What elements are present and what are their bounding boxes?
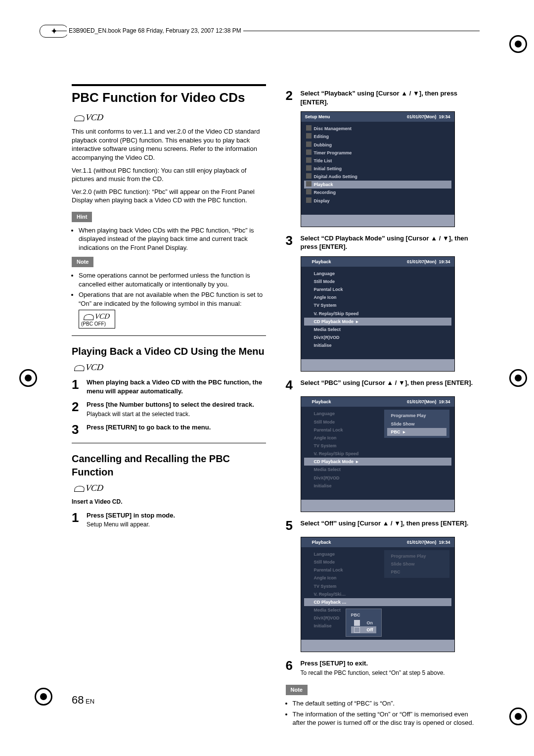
ss-footer: [301, 500, 454, 512]
ss-title-text: Setup Menu: [305, 114, 330, 120]
step-1b: 1 Press [SETUP] in stop mode. Setup Menu…: [72, 511, 266, 529]
step-number: 3: [72, 423, 82, 436]
step-3r: 3 Select “CD Playback Mode” using [Curso…: [286, 234, 480, 251]
step-number: 2: [286, 89, 296, 106]
step-text: Press [RETURN] to go back to the menu.: [87, 423, 266, 432]
ss-time: 19:34: [439, 259, 450, 264]
vcd-badge: VCD: [71, 111, 107, 123]
ss-date: 01/01/07(Mon): [407, 259, 437, 264]
ss-date: 01/01/07(Mon): [407, 399, 437, 404]
pbc-off-caption: (PBC OFF): [81, 321, 113, 328]
ss-footer: [301, 640, 454, 652]
step-subtext: Playback will start at the selected trac…: [87, 410, 266, 418]
submenu-item: Slide Show: [387, 560, 446, 568]
ss-body: Language Still Mode Parental Lock Angle …: [301, 407, 454, 499]
step-subtext: To recall the PBC function, select “On” …: [301, 669, 480, 677]
pbc-off-symbol: VCD (PBC OFF): [79, 310, 115, 329]
menu-item: Parental Lock: [304, 285, 451, 293]
ss-title-text: Playback: [305, 259, 331, 265]
note-label: Note: [286, 685, 308, 695]
divider: [72, 443, 266, 443]
step-subtext: Setup Menu will appear.: [87, 520, 266, 528]
ss-time: 19:34: [439, 540, 450, 545]
menu-item: Language: [304, 270, 451, 278]
submenu-item: Programme Play: [387, 412, 446, 420]
crop-mark-left: [19, 369, 37, 387]
menu-item: V. Replay/Ski…: [304, 590, 451, 598]
submenu-dim: Programme Play Slide Show PBC: [384, 550, 449, 578]
ss-time: 19:34: [439, 114, 450, 119]
step-1: 1 When playing back a Video CD with the …: [72, 378, 266, 395]
menu-item-selected: CD Playback Mode ▸: [304, 458, 451, 466]
menu-item: Display: [304, 197, 451, 205]
screenshot-setup-menu: Setup Menu01/01/07(Mon) 19:34 Disc Manag…: [301, 111, 455, 227]
menu-item: V. Replay/Skip Speed: [304, 310, 451, 318]
note-item: The default setting of “PBC” is “On”.: [293, 699, 480, 708]
submenu-item: Programme Play: [387, 552, 446, 560]
menu-item: DivX(R)VOD: [304, 474, 451, 482]
ss-date: 01/01/07(Mon): [407, 114, 437, 119]
submenu-item: Slide Show: [387, 420, 446, 428]
menu-item: Disc Management: [304, 125, 451, 133]
menu-item: Still Mode: [304, 278, 451, 285]
intro-paragraph-3: Ver.2.0 (with PBC function): “Pbc” will …: [72, 188, 266, 205]
ss-footer: [301, 215, 454, 227]
step-number: 2: [72, 400, 82, 418]
step-number: 1: [72, 378, 82, 395]
ss-date: 01/01/07(Mon): [407, 540, 437, 545]
step-number: 5: [286, 519, 296, 532]
note-item: Operations that are not available when t…: [79, 290, 266, 308]
note-label: Note: [72, 257, 93, 267]
menu-item: DivX(R)VOD: [304, 333, 451, 341]
screenshot-playback-menu: Playback01/01/07(Mon) 19:34 Language Sti…: [301, 256, 455, 372]
menu-item: TV System: [304, 301, 451, 309]
ss-body: Language Still Mode Parental Lock Angle …: [301, 547, 454, 640]
menu-item: Initialise: [304, 482, 451, 490]
step-text: Press [the Number buttons] to select the…: [87, 400, 266, 409]
pre-step-text: Insert a Video CD.: [72, 498, 266, 506]
step-number: 3: [286, 234, 296, 251]
menu-item-selected: Playback: [304, 181, 451, 189]
step-4r: 4 Select “PBC” using [Cursor ▲ / ▼], the…: [286, 378, 480, 391]
ss-title-text: Playback: [305, 539, 331, 545]
step-number: 1: [72, 511, 82, 529]
hint-list: When playing back Video CDs with the PBC…: [72, 226, 266, 252]
step-number: 6: [286, 659, 296, 677]
intro-paragraph-2: Ver.1.1 (without PBC function): You can …: [72, 166, 266, 184]
step-2r: 2 Select “Playback” using [Cursor ▲ / ▼]…: [286, 89, 480, 106]
screenshot-cd-playback-mode: Playback01/01/07(Mon) 19:34 Language Sti…: [301, 396, 455, 512]
menu-item: Recording: [304, 189, 451, 196]
menu-item-selected: CD Playback Mode ▸: [304, 318, 451, 326]
hint-label: Hint: [72, 212, 92, 222]
page-number: 68 EN: [72, 693, 94, 708]
step-text: When playing back a Video CD with the PB…: [87, 378, 266, 395]
menu-item: Media Select: [304, 326, 451, 333]
screenshot-pbc-off: Playback01/01/07(Mon) 19:34 Language Sti…: [301, 537, 455, 653]
step-text: Select “CD Playback Mode” using [Cursor …: [301, 234, 480, 251]
section-title: PBC Function for Video CDs: [72, 89, 266, 106]
menu-item: Initialise: [304, 341, 451, 349]
ss-body: Disc Management Editing Dubbing Timer Pr…: [301, 122, 454, 214]
step-text: Select “Off” using [Cursor ▲ / ▼], then …: [301, 519, 480, 528]
right-column: 2 Select “Playback” using [Cursor ▲ / ▼]…: [286, 84, 480, 716]
note-list: Some operations cannot be performed unle…: [72, 271, 266, 308]
step-5r: 5 Select “Off” using [Cursor ▲ / ▼], the…: [286, 519, 480, 532]
submenu-item-selected: PBC ▸: [387, 428, 446, 436]
menu-item-selected: CD Playback …: [304, 598, 451, 606]
crop-mark-tr: [509, 30, 527, 54]
step-text: Press [SETUP] to exit.: [301, 659, 480, 668]
menu-item: Digital Audio Setting: [304, 173, 451, 181]
intro-paragraph-1: This unit conforms to ver.1.1 and ver.2.…: [72, 127, 266, 162]
menu-item: Editing: [304, 133, 451, 141]
step-2: 2 Press [the Number buttons] to select t…: [72, 400, 266, 418]
menu-item: TV System: [304, 442, 451, 450]
menu-item: Media Select: [304, 466, 451, 473]
menu-item: Dubbing: [304, 141, 451, 149]
step-6r: 6 Press [SETUP] to exit. To recall the P…: [286, 659, 480, 677]
vcd-badge: VCD: [71, 482, 107, 494]
step-text: Press [SETUP] in stop mode.: [87, 511, 266, 520]
divider: [72, 335, 266, 336]
page: ✦ E3B90ED_EN.book Page 68 Friday, Februa…: [0, 0, 534, 756]
note-list: The default setting of “PBC” is “On”. Th…: [286, 699, 480, 727]
step-text: Select “Playback” using [Cursor ▲ / ▼], …: [301, 89, 480, 106]
